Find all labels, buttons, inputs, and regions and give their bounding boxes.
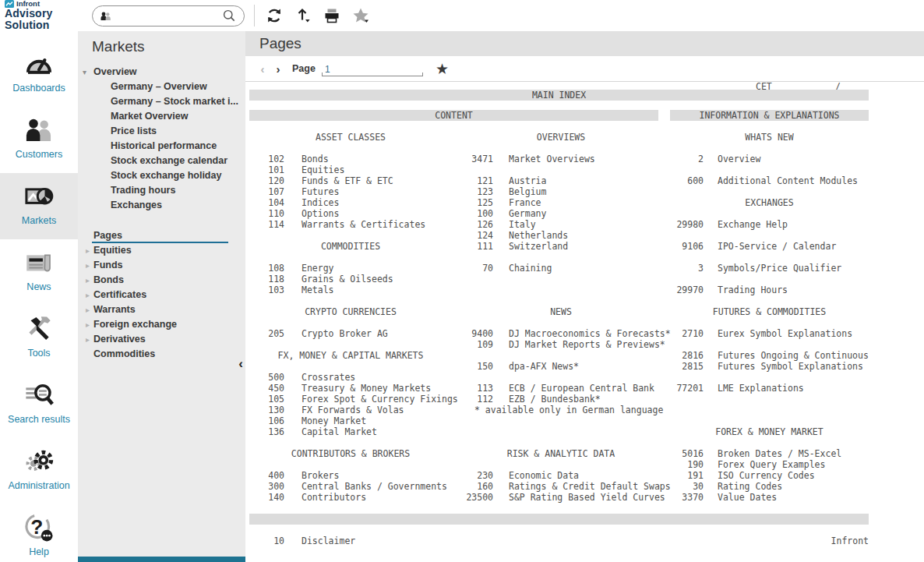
tree-item-market-overview[interactable]: Market Overview	[78, 109, 245, 124]
page-blank-row	[670, 437, 869, 448]
page-row-label: Warrants & Certificates	[302, 219, 425, 230]
previous-page-button[interactable]: ‹	[255, 62, 270, 76]
tree-item-label: Price lists	[111, 125, 157, 136]
page-row-label: Crypto Broker AG	[302, 328, 388, 339]
search-input[interactable]	[115, 9, 217, 22]
tree-item-exchanges[interactable]: Exchanges	[78, 198, 245, 213]
print-button[interactable]	[320, 4, 344, 27]
page-row-label: Central Banks / Governments	[302, 481, 447, 492]
page-blank-row	[670, 415, 869, 426]
page-code: 5016	[670, 448, 704, 459]
page-row: 3471Market Overviews	[464, 154, 658, 164]
page-row-label: Treasury & Money Markets	[302, 383, 431, 394]
sidebar-item-markets[interactable]: Markets	[0, 173, 78, 239]
page-row-label: Germany	[509, 208, 546, 219]
sidebar-item-label: Markets	[22, 215, 56, 226]
page-title-bar: Pages	[245, 31, 924, 56]
sidebar-item-customers[interactable]: Customers	[0, 107, 78, 173]
page-blank-row	[257, 437, 444, 448]
topbar-divider	[254, 5, 255, 27]
tree-item-pages[interactable]: Pages	[78, 228, 245, 243]
page-code: 124	[464, 230, 493, 241]
export-button[interactable]	[291, 4, 315, 27]
page-blank-row	[257, 339, 444, 350]
tree-item-historical-performance[interactable]: Historical performance	[78, 139, 245, 154]
content-header: CONTENT	[249, 110, 658, 121]
page-row-label: FX Forwards & Volas	[302, 405, 404, 415]
page-row-label: IPO-Service / Calendar	[718, 241, 836, 252]
page-row-label: Value Dates	[718, 492, 777, 503]
page-code: 300	[257, 481, 284, 492]
page-number-label: Page	[292, 63, 316, 74]
sidebar-item-tools[interactable]: Tools	[0, 306, 78, 372]
chevron-right-icon[interactable]: ▸	[86, 243, 90, 258]
tree-item-warrants[interactable]: ▸Warrants	[78, 302, 245, 317]
tree-item-overview[interactable]: ▾Overview	[78, 65, 245, 80]
page-section-heading: OVERVIEWS	[464, 132, 658, 143]
page-blank-row	[670, 274, 869, 285]
tree-item-stock-exchange-holiday[interactable]: Stock exchange holiday	[78, 168, 245, 183]
tree-item-label: Stock exchange calendar	[111, 155, 227, 166]
chevron-right-icon[interactable]: ▸	[86, 317, 90, 332]
next-page-button[interactable]: ›	[270, 62, 286, 76]
chevron-right-icon[interactable]: ▸	[86, 302, 90, 317]
page-code: 136	[257, 426, 284, 437]
page-row-label: Options	[302, 208, 339, 219]
tree-item-bonds[interactable]: ▸Bonds	[78, 273, 245, 288]
tree-item-germany-overview[interactable]: Germany – Overview	[78, 80, 245, 94]
chevron-down-icon[interactable]: ▾	[83, 65, 86, 80]
tree-item-commodities[interactable]: Commodities	[78, 347, 245, 362]
page-row-label: Rating Codes	[718, 481, 782, 492]
chevron-right-icon[interactable]: ▸	[86, 273, 90, 288]
sidebar-item-help[interactable]: ?Help	[0, 504, 78, 562]
tree-item-derivatives[interactable]: ▸Derivatives	[78, 332, 245, 347]
tree-item-label: Bonds	[93, 274, 124, 285]
chevron-right-icon[interactable]: ▸	[86, 288, 90, 302]
page-row-label: Forex Spot & Currency Fixings	[302, 394, 458, 405]
tree-item-label: Warrants	[93, 304, 136, 315]
tree-item-funds[interactable]: ▸Funds	[78, 258, 245, 273]
tree-item-equities[interactable]: ▸Equities	[78, 243, 245, 258]
tree-item-germany-stock-market-i[interactable]: Germany – Stock market i...	[78, 94, 245, 109]
sidebar-item-dashboards[interactable]: Dashboards	[0, 41, 78, 107]
app-logo: Infront Advisory Solution	[5, 0, 86, 30]
search-icon[interactable]	[221, 8, 237, 23]
chevron-right-icon[interactable]: ▸	[86, 332, 90, 347]
page-row: 100Germany	[464, 208, 658, 219]
page-code: 160	[464, 481, 493, 492]
page-row-label: Forex Query Examples	[718, 459, 825, 470]
tree-item-certificates[interactable]: ▸Certificates	[78, 288, 245, 302]
global-search[interactable]	[92, 5, 245, 27]
refresh-button[interactable]	[263, 4, 286, 27]
page-row: 136Capital Market	[257, 426, 444, 437]
page-row-label: Exchange Help	[718, 219, 788, 230]
disclaimer-code: 10	[257, 535, 284, 546]
tree-item-foreign-exchange[interactable]: ▸Foreign exchange	[78, 317, 245, 332]
chevron-right-icon[interactable]: ▸	[86, 258, 90, 273]
page-row-label: ECB / European Central Bank	[509, 383, 654, 394]
page-code: 106	[257, 415, 284, 426]
page-code: 125	[464, 197, 493, 208]
topbar: Infront Advisory Solution	[0, 0, 924, 31]
tree-horizontal-scrollbar[interactable]	[78, 557, 245, 562]
page-row: 5016Broken Dates / MS-Excel	[670, 448, 869, 459]
page-blank-row	[257, 459, 444, 470]
tree-item-trading-hours[interactable]: Trading hours	[78, 183, 245, 198]
collapse-panel-icon[interactable]: ‹	[238, 357, 243, 370]
sidebar-item-administration[interactable]: Administration	[0, 438, 78, 504]
favorite-icon	[351, 6, 370, 25]
page-row: 30Rating Codes	[670, 481, 869, 492]
page-row: 140Contributors	[257, 492, 444, 503]
tree-item-price-lists[interactable]: Price lists	[78, 124, 245, 139]
page-code: 2	[670, 154, 704, 164]
favorites-button[interactable]	[349, 4, 372, 27]
page-row: 3370Value Dates	[670, 492, 869, 503]
sidebar-item-search-results[interactable]: Search results	[0, 372, 78, 438]
sidebar-item-news[interactable]: News	[0, 239, 78, 306]
page-row: 112EZB / Bundesbank*	[464, 394, 658, 405]
page-number-input[interactable]	[322, 62, 423, 76]
favorite-page-button[interactable]: ★	[436, 62, 449, 76]
sidebar-item-label: Tools	[27, 348, 50, 359]
page-code: 29980	[670, 219, 704, 230]
tree-item-stock-exchange-calendar[interactable]: Stock exchange calendar	[78, 154, 245, 168]
